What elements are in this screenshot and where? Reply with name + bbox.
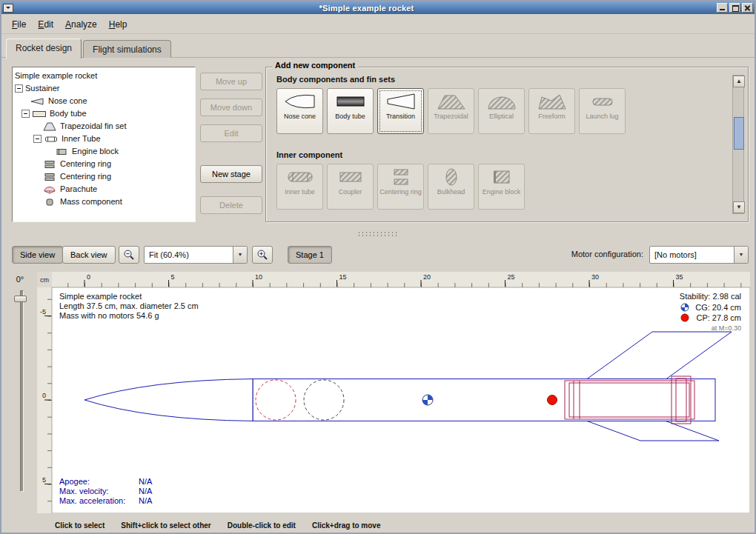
move-down-button[interactable]: Move down <box>200 99 262 116</box>
ruler-unit-label: cm <box>40 276 49 284</box>
tree-item-centering-ring[interactable]: Centering ring <box>13 158 195 170</box>
app-window: *Simple example rocket File Edit Analyze… <box>0 0 756 534</box>
add-bulkhead-button[interactable]: Bulkhead <box>428 164 474 210</box>
panel-splitter[interactable] <box>1 230 755 238</box>
motor-configuration-select[interactable]: [No motors] ▼ <box>649 246 749 264</box>
tree-item-parachute[interactable]: Parachute <box>13 183 195 196</box>
v-tick-label: 5 <box>42 476 46 484</box>
new-stage-button[interactable]: New stage <box>200 165 262 183</box>
zoom-out-button[interactable] <box>119 246 139 264</box>
stage-1-toggle[interactable]: Stage 1 <box>288 246 332 264</box>
menu-file[interactable]: File <box>6 17 32 32</box>
rocket-figure[interactable]: cm 0 5 10 15 20 25 30 35 -5 0 5 <box>37 272 750 513</box>
v-tick-label: 0 <box>42 392 46 399</box>
menubar: File Edit Analyze Help <box>1 16 755 34</box>
titlebar[interactable]: *Simple example rocket <box>1 1 755 14</box>
delete-button[interactable]: Delete <box>200 196 262 214</box>
back-view-button[interactable]: Back view <box>62 246 116 264</box>
stability-label: Stability: 2.98 cal <box>680 292 741 301</box>
add-freeform-fin-button[interactable]: Freeform <box>528 88 575 134</box>
bulkhead-icon <box>434 167 468 187</box>
chevron-down-icon[interactable]: ▼ <box>734 247 748 263</box>
cg-legend-icon <box>681 304 689 311</box>
engine-block-icon <box>54 147 69 156</box>
collapse-icon[interactable] <box>21 110 30 118</box>
add-transition-button[interactable]: Transition <box>377 88 424 134</box>
chevron-down-icon[interactable]: ▼ <box>233 247 247 263</box>
component-scrollbar[interactable]: ▲ ▼ <box>732 75 744 214</box>
add-nose-cone-button[interactable]: Nose cone <box>276 88 323 134</box>
tree-item-mass-component[interactable]: Mass component <box>13 196 195 208</box>
add-centering-ring-button[interactable]: Centering ring <box>377 164 424 210</box>
zoom-select[interactable]: Fit (60.4%) ▼ <box>144 246 248 264</box>
menu-edit[interactable]: Edit <box>32 17 59 32</box>
collapse-icon[interactable] <box>15 84 23 93</box>
h-tick-label: 0 <box>87 273 90 281</box>
collapse-icon[interactable] <box>33 135 42 143</box>
tree-item-fin-set[interactable]: Trapezoidal fin set <box>13 120 195 133</box>
edit-button[interactable]: Edit <box>200 124 262 142</box>
body-group-row: Nose cone Body tube Transition Trapezoid… <box>276 88 626 134</box>
add-trapezoidal-fin-button[interactable]: Trapezoidal <box>428 88 474 134</box>
add-body-tube-button[interactable]: Body tube <box>327 88 374 134</box>
tabstrip: Rocket design Flight simulations <box>6 36 173 58</box>
move-up-button[interactable]: Move up <box>200 73 262 90</box>
rocket-mass-label: Mass with no motors 54.6 g <box>59 311 159 320</box>
scroll-down-icon[interactable]: ▼ <box>733 201 745 213</box>
tab-rocket-design[interactable]: Rocket design <box>6 39 82 59</box>
parachute-icon <box>42 185 57 194</box>
window-menu-icon[interactable] <box>3 4 13 13</box>
rotation-slider-handle[interactable] <box>14 296 27 302</box>
inner-tube-icon <box>44 135 59 144</box>
nose-cone-icon <box>30 97 45 106</box>
menu-help[interactable]: Help <box>103 17 133 32</box>
rotation-slider[interactable] <box>20 290 24 492</box>
hint-double-click: Double-click to edit <box>228 521 296 530</box>
scrollbar-thumb[interactable] <box>734 117 744 150</box>
max-acceleration-value: N/A <box>139 496 153 505</box>
rotation-value: 0° <box>10 275 30 284</box>
add-coupler-button[interactable]: Coupler <box>327 164 374 210</box>
rocket-body-tube[interactable] <box>253 379 715 421</box>
tree-item-sustainer[interactable]: Sustainer <box>13 82 195 95</box>
tree-item-engine-block[interactable]: Engine block <box>13 145 195 158</box>
motor-configuration-label: Motor configuration: <box>571 250 643 258</box>
rocket-name-label: Simple example rocket <box>59 292 142 301</box>
add-elliptical-fin-button[interactable]: Elliptical <box>478 88 525 134</box>
side-view-button[interactable]: Side view <box>12 246 63 264</box>
tab-flight-simulations[interactable]: Flight simulations <box>83 40 171 58</box>
cp-label: CP: 27.8 cm <box>696 313 741 322</box>
minimize-button[interactable] <box>717 3 728 13</box>
tree-item-nose-cone[interactable]: Nose cone <box>13 95 195 107</box>
elliptical-fin-icon <box>485 92 519 111</box>
close-button[interactable] <box>742 3 753 13</box>
max-acceleration-label: Max. acceleration: <box>59 496 125 505</box>
v-tick-label: -5 <box>40 308 46 316</box>
menu-analyze[interactable]: Analyze <box>59 17 103 32</box>
hint-click-drag: Click+drag to move <box>312 521 381 530</box>
scroll-up-icon[interactable]: ▲ <box>733 76 745 87</box>
apogee-label: Apogee: <box>59 477 90 486</box>
tree-item-rocket[interactable]: Simple example rocket <box>13 70 195 82</box>
zoom-in-icon <box>256 249 268 261</box>
add-launch-lug-button[interactable]: Launch lug <box>579 88 626 134</box>
zoom-in-button[interactable] <box>252 246 273 264</box>
freeform-fin-icon <box>535 92 569 111</box>
add-inner-tube-button[interactable]: Inner tube <box>276 164 323 210</box>
h-tick-label: 20 <box>423 273 431 281</box>
hint-shift-click: Shift+click to select other <box>121 521 210 530</box>
statusbar: Click to select Shift+click to select ot… <box>1 516 755 534</box>
tree-item-body-tube[interactable]: Body tube <box>13 107 195 120</box>
rocket-length-label: Length 37.5 cm, max. diameter 2.5 cm <box>59 301 199 310</box>
add-component-title: Add new component <box>272 61 358 70</box>
mach-label: at M=0.30 <box>712 324 741 332</box>
add-engine-block-button[interactable]: Engine block <box>478 164 525 210</box>
h-tick-label: 5 <box>171 273 175 281</box>
tree-item-inner-tube[interactable]: Inner Tube <box>13 133 195 145</box>
cg-label: CG: 20.4 cm <box>695 303 741 312</box>
max-velocity-label: Max. velocity: <box>59 487 109 495</box>
tree-item-centering-ring[interactable]: Centering ring <box>13 170 195 183</box>
maximize-button[interactable] <box>729 3 740 13</box>
nose-cone-icon <box>283 92 317 111</box>
trapezoidal-fin-icon <box>42 122 57 131</box>
